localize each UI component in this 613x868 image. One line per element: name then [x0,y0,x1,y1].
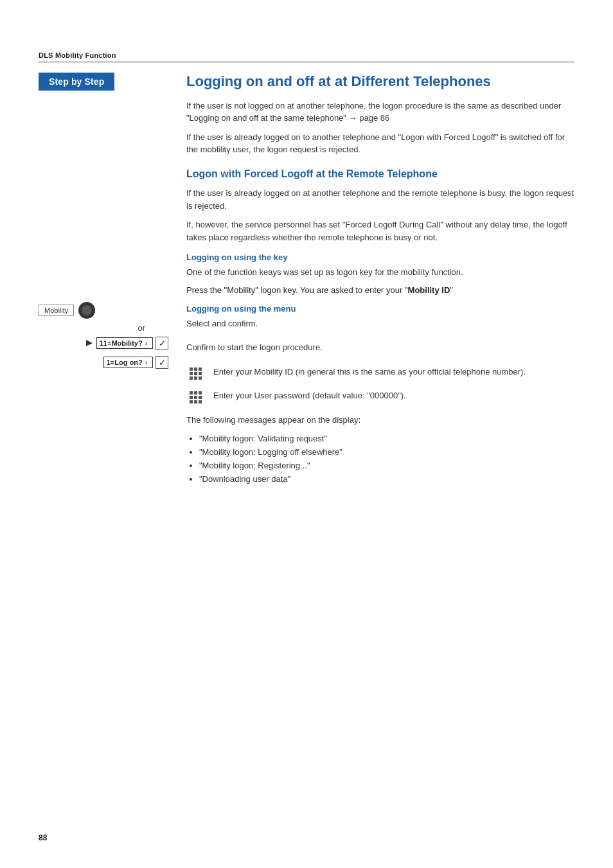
svg-rect-11 [199,376,202,380]
play-icon [85,339,94,348]
or-label: or [39,323,168,333]
menu-desc-row-2: Confirm to start the logon procedure. [186,341,574,360]
sub-paragraph-1: If the user is already logged on at anot… [186,187,574,212]
keypad-icon-1 [186,366,207,382]
mobility-key-row: Mobility [39,301,168,319]
menu-row-2: 1=Log on? › ✓ [92,356,168,369]
svg-rect-20 [199,400,202,403]
svg-rect-5 [199,368,202,371]
svg-rect-3 [190,368,193,371]
sub-sub-title-1: Logging on using the key [186,252,574,262]
svg-rect-19 [194,400,197,403]
bullet-item-1: "Mobility logon: Logging off elsewhere" [199,446,574,459]
step-by-step-box: Step by Step [39,73,114,91]
main-title: Logging on and off at at Different Telep… [186,73,574,91]
svg-rect-16 [194,396,197,399]
menu-item-1-desc: Select and confirm. [186,317,574,330]
menu-item-1-box: 11=Mobility? › [96,337,153,349]
svg-rect-10 [194,376,197,380]
mobility-desc-text: Press the "Mobility" logon key. You are … [186,285,574,295]
bullet-item-2: "Mobility logon: Registering..." [199,459,574,473]
sub-title-1: Logon with Forced Logoff at the Remote T… [186,168,574,181]
svg-marker-2 [86,340,93,346]
right-column: Logging on and off at at Different Telep… [180,73,574,492]
checkmark-1: ✓ [155,337,168,350]
section-label: DLS Mobility Function [39,51,574,59]
svg-rect-8 [199,372,202,375]
mobility-desc-text-span: Press the "Mobility" logon key. You are … [186,285,453,295]
mobility-label-box: Mobility [39,305,74,316]
mobility-desc-row: Press the "Mobility" logon key. You are … [186,285,574,295]
bullet-list: "Mobility logon: Validating request" "Mo… [199,432,574,486]
checkmark-2: ✓ [155,356,168,369]
svg-rect-14 [199,391,202,394]
svg-rect-13 [194,391,197,394]
sub-sub-title-2: Logging on using the menu [186,304,574,314]
menu-item-2-label: 1=Log on? [107,359,143,366]
arrow-icon-1: › [145,340,147,347]
phone-circle-icon [78,301,96,319]
arrow-icon-2: › [145,359,147,366]
svg-rect-12 [190,391,193,394]
keypad-desc-2-text: Enter your User password (default value:… [213,389,574,402]
menu-desc-row-1: Select and confirm. [186,317,574,337]
svg-point-1 [82,305,92,315]
left-menu-section: 11=Mobility? › ✓ 1=Log on? › ✓ [39,337,168,371]
page-number: 88 [39,833,47,842]
svg-rect-15 [190,396,193,399]
keypad-row-2: Enter your User password (default value:… [186,389,574,409]
menu-item-1-label: 11=Mobility? [100,339,143,347]
keypad-icon-2 [186,389,207,406]
svg-rect-9 [190,376,193,380]
svg-rect-18 [190,400,193,403]
mobility-id-bold: Mobility ID [408,285,450,295]
key-para: One of the function keays was set up as … [186,266,574,279]
menu-row-1: 11=Mobility? › ✓ [85,337,168,350]
bullet-item-0: "Mobility logon: Validating request" [199,432,574,446]
menu-item-2-desc: Confirm to start the logon procedure. [186,341,574,354]
paragraph-2: If the user is already logged on to anot… [186,131,574,156]
svg-rect-4 [194,368,197,371]
keypad-row-1: Enter your Mobility ID (in general this … [186,366,574,385]
menu-item-2-box: 1=Log on? › [103,357,153,368]
sub-paragraph-2: If, however, the service personnel has s… [186,218,574,244]
left-widgets: Mobility or [39,301,168,371]
svg-rect-17 [199,396,202,399]
paragraph-1: If the user is not logged on at another … [186,100,574,125]
svg-rect-7 [194,372,197,375]
following-messages-label: The following messages appear on the dis… [186,414,574,427]
svg-rect-6 [190,372,193,375]
section-divider [39,62,574,62]
left-column: Step by Step Mobility or [39,73,180,492]
keypad-desc-1-text: Enter your Mobility ID (in general this … [213,366,574,378]
bullet-item-3: "Downloading user data" [199,473,574,486]
